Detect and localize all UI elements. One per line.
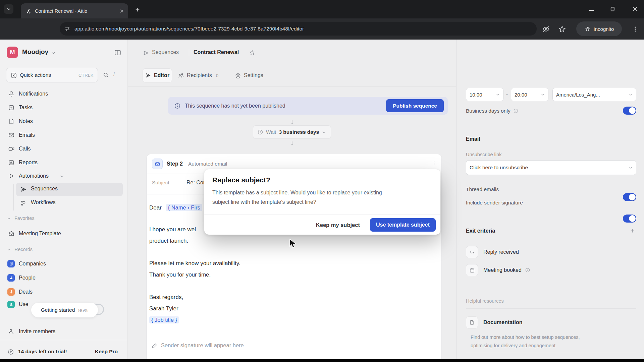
indent-guide [13,184,14,210]
name-token[interactable]: { Name › Firs [166,204,202,211]
documentation-row[interactable]: Documentation [466,316,522,328]
eye-off-icon[interactable] [542,25,550,33]
records-section-header[interactable]: Records [7,247,33,252]
keep-pro-button[interactable]: Keep Pro [95,349,118,355]
business-days-toggle[interactable] [623,107,636,115]
window-close-icon[interactable] [632,6,638,12]
time-range-dash: - [506,91,508,97]
sidebar-item-people[interactable]: People [0,271,127,285]
step-menu-icon[interactable] [431,160,437,166]
tab-editor[interactable]: Editor [143,68,172,82]
site-settings-icon[interactable] [64,26,70,32]
keep-my-subject-button[interactable]: Keep my subject [313,219,363,231]
time-to-select[interactable]: 20:00 [511,88,548,101]
play-icon [8,173,15,179]
connector-arrow-icon [289,119,295,126]
sidebar-item-label: Notifications [19,91,48,97]
thread-emails-toggle[interactable] [623,193,636,201]
time-from-select[interactable]: 10:00 [466,88,503,101]
screen: Contract Renewal - Attio app.attio.com/m… [0,0,644,362]
email-line[interactable]: Please let me know your availability. [149,260,240,267]
video-call-icon [8,145,15,152]
incognito-label: Incognito [594,26,614,32]
dialog-body: This template has a subject line. Would … [212,188,382,207]
workspace-chevron-icon[interactable] [51,51,56,55]
note-icon [8,118,15,125]
email-greeting-line[interactable]: Dear { Name › Firs [149,204,202,211]
chevron-down-icon [541,93,545,97]
tab-settings[interactable]: Settings [235,68,263,82]
sidebar-item-deals[interactable]: Deals [0,285,127,299]
favorite-star-icon[interactable] [249,50,255,56]
email-line[interactable]: Best regards, [149,294,183,301]
job-token-line[interactable]: { Job title } [149,316,179,323]
envelope-open-icon [8,230,15,237]
sidebar-item-automations[interactable]: Automations [0,169,127,183]
person-plus-icon [8,328,15,335]
chevron-down-icon [60,174,64,178]
url-text: app.attio.com/moodjoycorp/automations/se… [74,26,304,32]
email-line[interactable]: product launch. [149,238,188,244]
info-icon [174,103,181,109]
sidebar-item-invite-members[interactable]: Invite members [0,324,127,338]
chevron-down-icon [629,93,633,97]
browser-menu-icon[interactable] [632,25,639,33]
getting-started-tooltip[interactable]: Getting started 86% [31,303,98,317]
reply-icon-chip [466,246,478,258]
exit-criteria-meeting-row: Meeting booked [466,264,530,276]
search-icon[interactable] [103,72,109,78]
breadcrumb-sequences[interactable]: Sequences [152,49,179,55]
new-tab-icon[interactable] [135,7,140,12]
add-exit-criteria-icon[interactable] [630,228,635,234]
sidebar-item-meeting-template[interactable]: Meeting Template [0,227,127,240]
time-to-value: 20:00 [515,92,527,98]
publish-sequence-button[interactable]: Publish sequence [386,99,444,112]
business-days-label: Business days only [466,108,511,114]
sidebar-item-label: Workflows [31,199,56,205]
collapse-sidebar-icon[interactable] [114,49,121,56]
time-from-value: 10:00 [470,92,482,98]
workspace-avatar[interactable]: M [7,47,18,58]
upgrade-icon [7,349,14,355]
bookmark-star-icon[interactable] [558,25,566,33]
info-icon [513,108,519,114]
sidebar-item-tasks[interactable]: Tasks [0,101,127,114]
replace-subject-dialog: Replace subject? This template has a sub… [204,169,440,235]
browser-tab[interactable]: Contract Renewal - Attio [21,3,128,18]
window-restore-icon[interactable] [610,6,616,12]
sidebar-item-companies[interactable]: Companies [0,257,127,270]
unsubscribe-label: Unsubscribe link [466,152,501,157]
sidebar-item-notes[interactable]: Notes [0,114,127,128]
email-line[interactable]: Sarah Tyler [149,305,178,312]
job-title-token[interactable]: { Job title } [149,316,179,323]
quick-actions-button[interactable]: Quick actions CTRLK [6,68,98,82]
use-template-subject-button[interactable]: Use template subject [370,218,436,232]
sidebar-item-sequences[interactable]: Sequences [16,183,123,196]
tab-close-icon[interactable] [119,9,124,13]
sidebar-item-reports[interactable]: Reports [0,156,127,169]
timezone-select[interactable]: America/Los_Ang... [552,88,636,101]
tab-recipients[interactable]: Recipients 0 [178,68,218,82]
url-bar[interactable]: app.attio.com/moodjoycorp/automations/se… [60,22,537,36]
favorites-section-header[interactable]: Favorites [7,216,35,221]
workspace-name[interactable]: Moodjoy [22,48,48,56]
email-line[interactable]: Thank you for your time. [149,272,211,278]
sidebar-item-emails[interactable]: Emails [0,128,127,142]
panel-divider [466,308,636,309]
incognito-badge: Incognito [576,21,622,36]
step-email-icon [152,159,163,169]
wait-step-chip[interactable]: Wait 3 business days [253,125,331,139]
sidebar-item-workflows[interactable]: Workflows [16,196,123,210]
include-signature-toggle[interactable] [623,215,636,223]
attio-favicon [25,8,32,14]
tab-search-button[interactable] [4,4,13,14]
unsubscribe-select[interactable]: Click here to unsubscribe [466,160,636,175]
editor-icon [145,72,151,78]
chevron-down-icon [496,93,500,97]
helpful-resources-label: Helpful resources [466,298,504,304]
window-minimize-icon[interactable] [589,7,595,11]
email-line[interactable]: I hope you are wel [149,226,196,233]
sidebar-item-notifications[interactable]: Notifications [0,87,127,101]
sidebar-item-calls[interactable]: Calls [0,142,127,156]
bar-chart-icon [8,159,15,166]
